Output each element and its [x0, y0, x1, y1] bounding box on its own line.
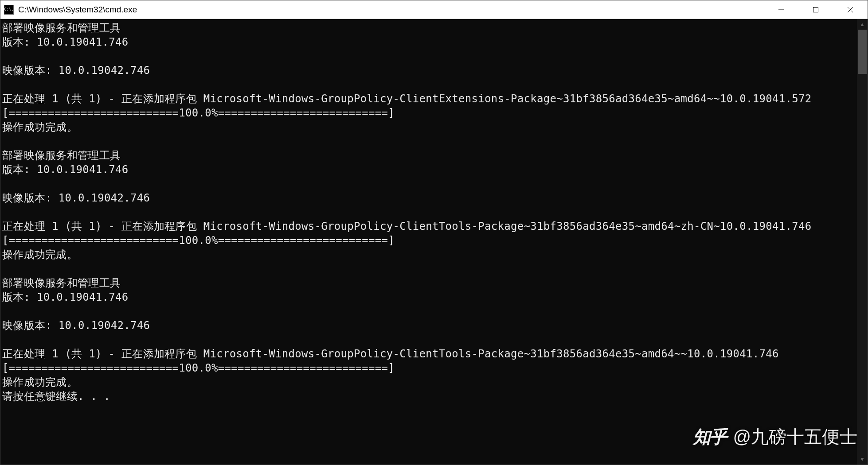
window-controls [764, 0, 868, 19]
app-icon-text: C:\. [4, 8, 14, 12]
minimize-button[interactable] [764, 0, 798, 19]
scroll-down-arrow-icon[interactable]: ▼ [857, 454, 868, 465]
window-title: C:\Windows\System32\cmd.exe [18, 5, 764, 15]
scroll-thumb[interactable] [858, 30, 867, 74]
client-area: 部署映像服务和管理工具 版本: 10.0.19041.746 映像版本: 10.… [0, 19, 868, 465]
cmd-window: C:\. C:\Windows\System32\cmd.exe 部署映像服务和… [0, 0, 868, 465]
terminal-output[interactable]: 部署映像服务和管理工具 版本: 10.0.19041.746 映像版本: 10.… [0, 19, 857, 465]
scroll-up-arrow-icon[interactable]: ▲ [857, 19, 868, 30]
app-icon: C:\. [4, 5, 14, 15]
close-button[interactable] [833, 0, 868, 19]
maximize-button[interactable] [798, 0, 833, 19]
close-icon [847, 6, 854, 13]
titlebar[interactable]: C:\. C:\Windows\System32\cmd.exe [0, 0, 868, 19]
vertical-scrollbar[interactable]: ▲ ▼ [857, 19, 868, 465]
minimize-icon [778, 7, 784, 13]
svg-rect-1 [813, 7, 818, 12]
maximize-icon [813, 7, 819, 13]
